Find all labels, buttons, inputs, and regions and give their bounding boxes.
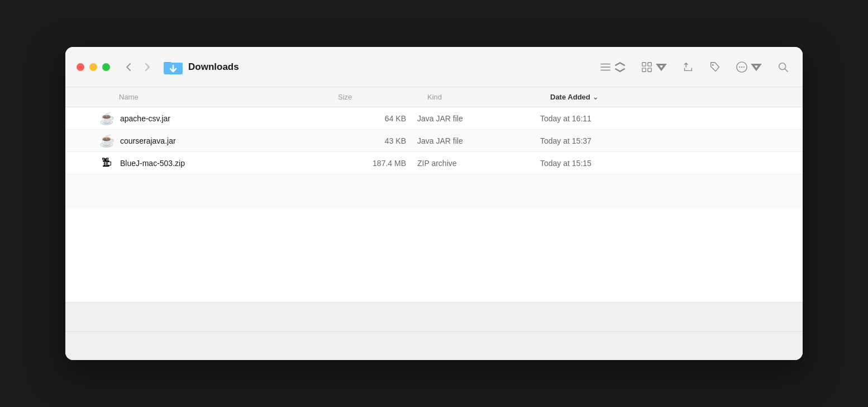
col-kind[interactable]: Kind	[427, 93, 550, 101]
file-name: apache-csv.jar	[120, 114, 170, 123]
file-name: BlueJ-mac-503.zip	[120, 159, 185, 168]
empty-section-2	[65, 331, 803, 360]
file-icon: ☕	[99, 111, 115, 126]
svg-rect-10	[648, 68, 651, 71]
column-headers: Name Size Kind Date Added ⌄	[65, 87, 803, 107]
svg-line-19	[785, 69, 788, 72]
forward-button[interactable]	[140, 59, 155, 75]
svg-rect-9	[642, 68, 646, 71]
traffic-lights	[77, 63, 110, 71]
table-row[interactable]: ☕ apache-csv.jar 64 KB Java JAR file Tod…	[65, 107, 803, 130]
file-size: 187.4 MB	[328, 159, 417, 168]
table-row[interactable]: ☕ courserajava.jar 43 KB Java JAR file T…	[65, 130, 803, 152]
file-kind: Java JAR file	[417, 114, 540, 123]
file-icon: 🗜	[99, 155, 115, 171]
svg-rect-8	[648, 62, 651, 65]
minimize-button[interactable]	[89, 63, 97, 71]
svg-marker-11	[657, 64, 665, 69]
svg-point-14	[739, 66, 740, 67]
svg-rect-7	[642, 62, 646, 65]
more-options-button[interactable]	[733, 59, 765, 75]
empty-section-1	[65, 302, 803, 331]
sort-chevron-icon: ⌄	[593, 93, 598, 101]
close-button[interactable]	[77, 63, 84, 71]
back-button[interactable]	[121, 59, 136, 75]
file-kind: Java JAR file	[417, 136, 540, 145]
finder-window: Downloads	[65, 47, 803, 360]
nav-buttons	[121, 59, 155, 75]
share-button[interactable]	[680, 59, 697, 75]
search-button[interactable]	[775, 59, 791, 75]
file-date: Today at 15:15	[540, 159, 769, 168]
folder-title-group: Downloads	[164, 59, 597, 75]
col-size[interactable]: Size	[338, 93, 427, 101]
file-name-cell: 🗜 BlueJ-mac-503.zip	[99, 155, 328, 171]
maximize-button[interactable]	[102, 63, 110, 71]
titlebar: Downloads	[65, 47, 803, 87]
window-title: Downloads	[188, 61, 239, 73]
file-size: 43 KB	[328, 136, 417, 145]
view-options-button[interactable]	[597, 59, 628, 75]
file-list: ☕ apache-csv.jar 64 KB Java JAR file Tod…	[65, 107, 803, 302]
file-name: courserajava.jar	[120, 136, 176, 145]
file-icon: ☕	[99, 133, 115, 149]
col-name[interactable]: Name	[119, 93, 338, 101]
svg-point-16	[743, 66, 745, 67]
file-size: 64 KB	[328, 114, 417, 123]
file-date: Today at 16:11	[540, 114, 769, 123]
table-row[interactable]: 🗜 BlueJ-mac-503.zip 187.4 MB ZIP archive…	[65, 152, 803, 174]
file-name-cell: ☕ apache-csv.jar	[99, 111, 328, 126]
svg-point-15	[741, 66, 742, 67]
grid-view-button[interactable]	[638, 59, 670, 75]
svg-marker-17	[752, 64, 760, 69]
file-date: Today at 15:37	[540, 136, 769, 145]
toolbar-right	[597, 59, 791, 75]
empty-area	[65, 174, 803, 208]
file-kind: ZIP archive	[417, 159, 540, 168]
tag-button[interactable]	[707, 59, 723, 75]
col-date-added[interactable]: Date Added ⌄	[550, 93, 769, 101]
file-name-cell: ☕ courserajava.jar	[99, 133, 328, 149]
folder-icon	[164, 59, 183, 75]
svg-point-12	[712, 64, 714, 65]
